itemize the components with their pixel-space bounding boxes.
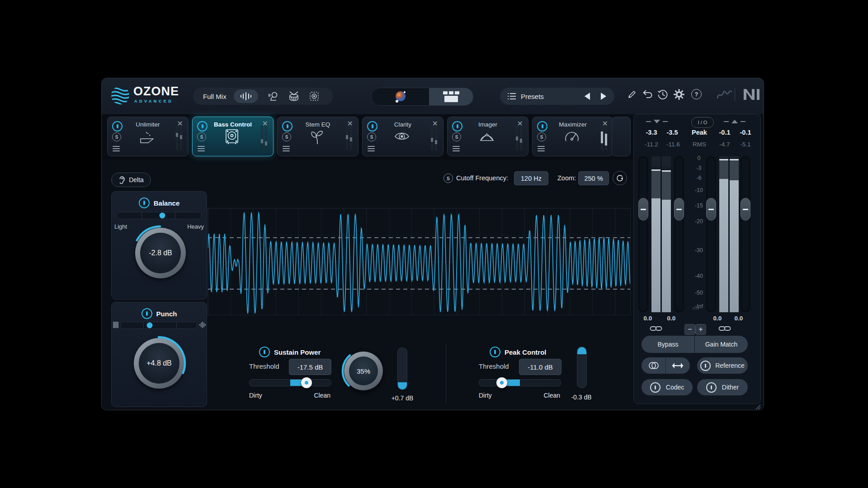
- tab-solo-button[interactable]: S: [537, 132, 546, 141]
- output-collapse-control[interactable]: [724, 120, 745, 123]
- tab-menu-icon[interactable]: [113, 146, 120, 151]
- peak-slider-handle[interactable]: [496, 377, 507, 388]
- peak-threshold-value[interactable]: -11.0 dB: [519, 359, 561, 375]
- input-fader-left-handle[interactable]: [638, 198, 648, 221]
- codec-button[interactable]: Codec: [642, 379, 693, 395]
- tab-solo-button[interactable]: S: [112, 132, 121, 141]
- input-fader-right-track[interactable]: [674, 156, 684, 312]
- mix-label[interactable]: Full Mix: [203, 93, 226, 100]
- input-fader-value-left: 0.0: [639, 315, 657, 322]
- balance-power-toggle[interactable]: [139, 197, 150, 208]
- swap-channels-icon[interactable]: [666, 362, 690, 369]
- sustain-power-toggle[interactable]: [259, 347, 270, 357]
- loop-playback-icon[interactable]: [613, 171, 627, 185]
- punch-loose-icon: [199, 321, 206, 328]
- meter-zoom-in-button[interactable]: +: [695, 324, 706, 335]
- module-tab-clarity[interactable]: Clarity✕S: [362, 117, 443, 156]
- tab-menu-icon[interactable]: [283, 146, 290, 151]
- module-tab-unlimiter[interactable]: Unlimiter✕S: [107, 117, 189, 156]
- gain-match-button[interactable]: Gain Match: [695, 336, 748, 353]
- module-tab-imager[interactable]: Imager✕S: [447, 117, 528, 156]
- cutoff-solo-badge[interactable]: S: [443, 174, 453, 183]
- output-fader-left-handle[interactable]: [706, 198, 716, 221]
- peak-slider[interactable]: [479, 379, 561, 386]
- punch-slider-handle[interactable]: [146, 323, 152, 328]
- modules-view-icon[interactable]: [429, 88, 473, 105]
- help-icon[interactable]: ?: [691, 89, 702, 99]
- peak-row-label: Peak: [688, 129, 711, 136]
- preset-prev-icon[interactable]: [585, 93, 590, 100]
- sustain-amount-knob[interactable]: 35%: [344, 352, 383, 390]
- tab-menu-icon[interactable]: [453, 146, 460, 151]
- reference-power-toggle[interactable]: [700, 361, 711, 371]
- input-link-icon[interactable]: [650, 325, 662, 332]
- input-fader-right-handle[interactable]: [674, 198, 684, 221]
- stereo-channels-icon[interactable]: [642, 361, 666, 370]
- tab-menu-icon[interactable]: [198, 146, 205, 151]
- tab-meter-right: [180, 125, 182, 150]
- codec-power-toggle[interactable]: [650, 382, 660, 393]
- undo-icon[interactable]: [642, 89, 653, 99]
- tab-menu-icon[interactable]: [538, 146, 545, 151]
- edit-pencil-icon[interactable]: [627, 89, 637, 99]
- input-rms-right: -11.6: [661, 141, 685, 148]
- sustain-slider[interactable]: [249, 379, 331, 386]
- sustain-threshold-value[interactable]: -17.5 dB: [289, 359, 331, 375]
- tab-solo-button[interactable]: S: [452, 132, 461, 141]
- module-tab-stem-eq[interactable]: Stem EQ✕S: [277, 117, 359, 156]
- sustain-slider-handle[interactable]: [301, 377, 312, 388]
- punch-slider[interactable]: [120, 322, 197, 329]
- vocal-icon[interactable]: [268, 91, 279, 102]
- bypass-button[interactable]: Bypass: [642, 336, 694, 353]
- delta-button[interactable]: Delta: [111, 173, 151, 187]
- balance-min-label: Light: [114, 223, 127, 230]
- output-fader-right-handle[interactable]: [741, 198, 750, 221]
- preset-list-icon[interactable]: [508, 93, 516, 99]
- input-fader-left-track[interactable]: [638, 156, 648, 312]
- tab-solo-button[interactable]: S: [367, 132, 376, 141]
- punch-power-toggle[interactable]: [142, 308, 152, 319]
- dither-power-toggle[interactable]: [706, 382, 717, 393]
- module-tab-bass-control[interactable]: Bass Control✕S: [192, 117, 274, 156]
- cutoff-frequency-value[interactable]: 120 Hz: [514, 171, 548, 185]
- output-link-icon[interactable]: [718, 325, 731, 332]
- peak-power-toggle[interactable]: [490, 347, 500, 357]
- brand-name: OZONE: [133, 84, 179, 99]
- assistant-sphere-icon[interactable]: [372, 88, 429, 105]
- balance-slider[interactable]: [117, 212, 202, 219]
- dither-button[interactable]: Dither: [697, 379, 748, 395]
- zoom-value[interactable]: 250 %: [578, 171, 609, 185]
- input-collapse-control[interactable]: [646, 120, 668, 123]
- module-tab-maximizer[interactable]: Maximizer✕S: [532, 117, 613, 156]
- preset-next-icon[interactable]: [601, 93, 606, 100]
- input-peak-right: -3.5: [661, 129, 683, 136]
- balance-knob[interactable]: -2.8 dB: [135, 228, 186, 278]
- sustain-title: Sustain Power: [274, 348, 321, 356]
- balance-slider-handle[interactable]: [160, 213, 165, 219]
- collapse-up-icon: [731, 120, 738, 123]
- codec-label: Codec: [666, 384, 684, 391]
- input-fader-value-right: 0.0: [662, 315, 680, 322]
- maximizer-icon: [562, 127, 582, 147]
- presets-label[interactable]: Presets: [521, 93, 544, 100]
- waveform-icon[interactable]: [234, 89, 258, 103]
- tab-meter-left: [601, 125, 603, 150]
- module-tab-partial[interactable]: [612, 117, 631, 156]
- tab-meter-right: [265, 125, 267, 150]
- meter-zoom-out-button[interactable]: −: [684, 324, 695, 335]
- tab-solo-button[interactable]: S: [197, 132, 206, 141]
- stem-eq-icon: [307, 127, 327, 147]
- output-fader-right-track[interactable]: [741, 156, 750, 312]
- history-icon[interactable]: [657, 89, 669, 100]
- reference-button[interactable]: Reference: [697, 357, 748, 374]
- settings-gear-icon[interactable]: [673, 89, 685, 100]
- tab-solo-button[interactable]: S: [282, 132, 291, 141]
- drums-icon[interactable]: [288, 91, 300, 102]
- bass-amp-icon[interactable]: [309, 91, 320, 102]
- output-fader-left-track[interactable]: [706, 156, 716, 312]
- io-badge[interactable]: I / O: [691, 117, 714, 128]
- delta-label: Delta: [129, 176, 144, 183]
- tab-menu-icon[interactable]: [368, 146, 375, 151]
- resize-grip[interactable]: [755, 404, 761, 410]
- punch-knob[interactable]: +4.8 dB: [134, 338, 184, 389]
